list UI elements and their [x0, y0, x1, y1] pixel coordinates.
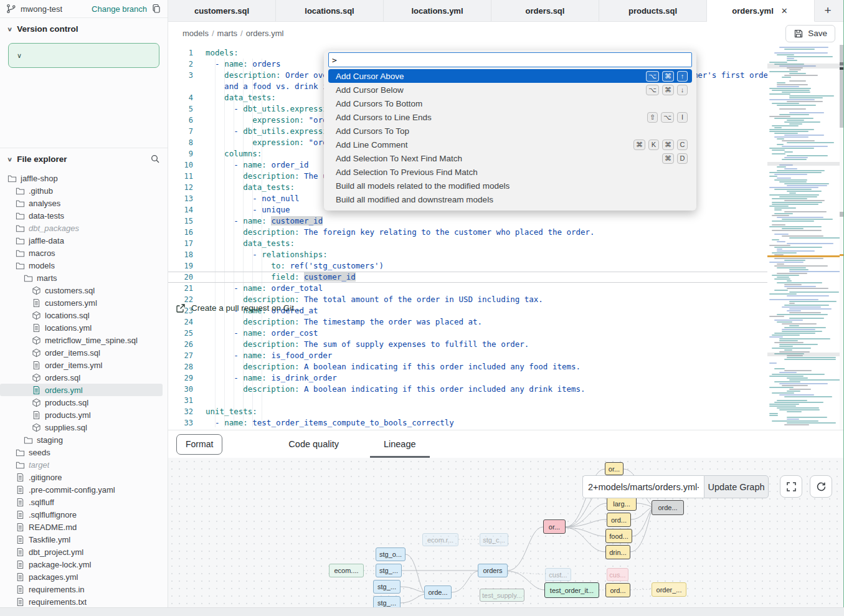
key-chip: ↓: [677, 85, 688, 95]
file-tree-item-seeds[interactable]: seeds: [0, 446, 168, 458]
shortcut-keys: ⌥⌘↑: [646, 71, 688, 82]
palette-item-label: Add Selection To Previous Find Match: [336, 168, 478, 177]
key-chip: ⌘: [633, 140, 645, 150]
doc-icon: [32, 298, 41, 308]
file-tree-item-order-items-yml[interactable]: order_items.yml: [0, 359, 168, 371]
doc-icon: [32, 410, 41, 420]
file-tree-item-requirements-in[interactable]: requirements.in: [0, 583, 168, 595]
chevron-down-icon: ∨: [7, 156, 12, 162]
file-tree-item-products-yml[interactable]: products.yml: [0, 409, 168, 421]
palette-item-add-line-comment[interactable]: Add Line Comment⌘K⌘C: [328, 138, 692, 151]
file-tree-item-package-lock-yml[interactable]: package-lock.yml: [0, 558, 168, 571]
pull-request-dropdown[interactable]: ∨: [9, 44, 30, 67]
key-chip: ⌘: [662, 71, 674, 82]
cube-icon: [32, 373, 41, 382]
folder-icon: [7, 174, 17, 183]
palette-item-label: Add Cursors to Line Ends: [336, 113, 432, 122]
file-tree-item-customers-yml[interactable]: customers.yml: [0, 296, 168, 309]
file-tree-item-dbt-project-yml[interactable]: dbt_project.yml: [0, 546, 168, 558]
folder-icon: [16, 460, 25, 470]
file-tree-item-locations-yml[interactable]: locations.yml: [0, 321, 168, 334]
file-tree-item-dbt-packages[interactable]: dbt_packages: [0, 222, 168, 234]
palette-item-add-selection-to-previous-find-match[interactable]: Add Selection To Previous Find Match: [328, 165, 692, 179]
file-explorer-header[interactable]: ∨ File explorer: [0, 148, 168, 169]
file-tree-item-data-tests[interactable]: data-tests: [0, 209, 168, 222]
palette-item-build-all-modified-and-downstream-models[interactable]: Build all modified and downstream models: [328, 192, 692, 206]
fullscreen-icon: [786, 481, 797, 492]
doc-icon: [32, 323, 41, 333]
palette-item-label: Add Selection To Next Find Match: [336, 154, 462, 163]
file-tree-item-macros[interactable]: macros: [0, 247, 168, 259]
folder-icon: [16, 448, 25, 457]
create-pull-request-button[interactable]: Create a pull request on Git... ∨: [8, 43, 159, 68]
palette-item-add-cursor-above[interactable]: Add Cursor Above⌥⌘↑: [328, 69, 692, 83]
doc-icon: [16, 523, 25, 532]
file-tree-item--pre-commit-config-yaml[interactable]: .pre-commit-config.yaml: [0, 483, 168, 496]
palette-item-add-cursors-to-bottom[interactable]: Add Cursors To Bottom: [328, 97, 692, 110]
key-chip: ⌘: [662, 140, 674, 150]
file-tree-item--gitignore[interactable]: .gitignore: [0, 471, 168, 483]
file-tree-item-customers-sql[interactable]: customers.sql: [0, 284, 168, 296]
cube-icon: [32, 311, 41, 320]
file-tree-item-analyses[interactable]: analyses: [0, 197, 168, 209]
fullscreen-button[interactable]: [780, 475, 802, 498]
folder-icon: [16, 186, 25, 196]
palette-item-add-cursor-below[interactable]: Add Cursor Below⌥⌘↓: [328, 83, 692, 97]
shortcut-keys: ⌥⌘↓: [646, 85, 688, 95]
file-tree-item-jaffle-shop[interactable]: jaffle-shop: [0, 172, 168, 184]
file-tree-item-order-items-sql[interactable]: order_items.sql: [0, 346, 168, 359]
palette-item-add-selection-to-next-find-match[interactable]: Add Selection To Next Find Match⌘D: [328, 151, 692, 165]
change-branch-link[interactable]: Change branch: [92, 4, 147, 14]
shortcut-keys: ⌘D: [662, 153, 688, 164]
folder-icon: [24, 435, 33, 445]
cube-icon: [32, 423, 41, 432]
file-explorer-section: ∨ File explorer jaffle-shop.githubanalys…: [0, 148, 168, 608]
key-chip: ⌥: [646, 85, 659, 95]
file-tree-item-products-sql[interactable]: products.sql: [0, 396, 168, 409]
doc-icon: [16, 535, 25, 544]
file-tree-item-requirements-txt[interactable]: requirements.txt: [0, 595, 168, 608]
search-icon[interactable]: [150, 154, 160, 164]
cube-icon: [32, 336, 41, 345]
file-tree-item-target[interactable]: target: [0, 458, 168, 471]
file-tree-item-taskfile-yml[interactable]: Taskfile.yml: [0, 533, 168, 546]
update-graph-button[interactable]: Update Graph: [704, 475, 769, 498]
doc-icon: [16, 510, 25, 519]
file-tree-item-orders-sql[interactable]: orders.sql: [0, 371, 168, 384]
file-tree-item-readme-md[interactable]: README.md: [0, 521, 168, 533]
key-chip: C: [677, 140, 688, 150]
file-tree-item-supplies-sql[interactable]: supplies.sql: [0, 421, 168, 434]
palette-item-label: Add Cursor Above: [336, 72, 404, 81]
palette-item-add-cursors-to-top[interactable]: Add Cursors To Top: [328, 124, 692, 138]
key-chip: D: [677, 153, 688, 164]
file-tree-item--github[interactable]: .github: [0, 184, 168, 197]
file-tree-item--sqlfluff[interactable]: .sqlfluff: [0, 496, 168, 508]
branch-bar: mwong-test Change branch: [0, 0, 168, 18]
lineage-selector-input[interactable]: [582, 475, 704, 498]
refresh-icon: [816, 481, 827, 492]
key-chip: ⌥: [661, 112, 674, 123]
file-tree-item-orders-yml[interactable]: orders.yml: [0, 384, 163, 396]
file-tree: jaffle-shop.githubanalysesdata-testsdbt_…: [0, 169, 168, 608]
version-control-section: ∨ Version control Create a pull request …: [0, 18, 168, 148]
refresh-button[interactable]: [810, 475, 832, 498]
file-tree-item-packages-yml[interactable]: packages.yml: [0, 571, 168, 583]
file-tree-item-models[interactable]: models: [0, 259, 168, 272]
palette-item-build-all-models-related-to-the-modified-models[interactable]: Build all models related to the modified…: [328, 179, 692, 192]
palette-item-add-cursors-to-line-ends[interactable]: Add Cursors to Line Ends⇧⌥I: [328, 110, 692, 124]
copy-icon[interactable]: [151, 4, 161, 14]
palette-item-label: Add Cursors To Bottom: [336, 99, 422, 108]
file-tree-item--sqlfluffignore[interactable]: .sqlfluffignore: [0, 508, 168, 521]
file-tree-item-locations-sql[interactable]: locations.sql: [0, 309, 168, 321]
file-tree-item-marts[interactable]: marts: [0, 272, 168, 284]
folder-icon: [16, 211, 25, 220]
file-tree-item-metricflow-time-spine-sql[interactable]: metricflow_time_spine.sql: [0, 334, 168, 346]
command-palette-input[interactable]: [328, 52, 692, 67]
palette-item-label: Add Line Comment: [336, 140, 408, 149]
doc-icon: [32, 361, 41, 370]
cube-icon: [32, 348, 41, 358]
file-tree-item-staging[interactable]: staging: [0, 434, 168, 446]
version-control-header[interactable]: ∨ Version control: [0, 18, 168, 39]
doc-icon: [16, 498, 25, 507]
file-tree-item-jaffle-data[interactable]: jaffle-data: [0, 234, 168, 247]
